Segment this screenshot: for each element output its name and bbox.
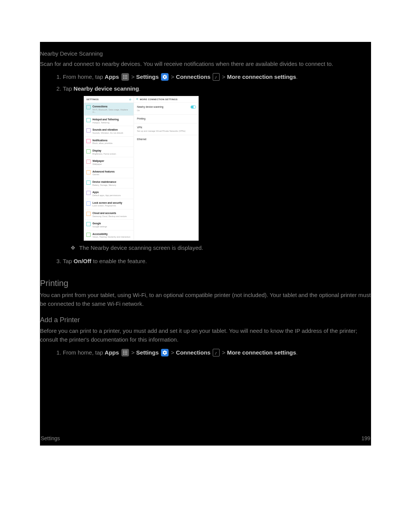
add-printer-intro: Before you can print to a printer, you m… <box>40 327 371 344</box>
svg-point-11 <box>126 351 127 351</box>
step3-prefix: Tap <box>63 258 73 264</box>
nearby-intro: Scan for and connect to nearby devices. … <box>40 60 371 69</box>
page-container: Nearby Device Scanning Scan for and conn… <box>40 42 371 446</box>
item-icon <box>86 191 91 195</box>
screenshot-left-header: SETTINGS ⌕ <box>84 96 134 102</box>
item-title: VPN <box>137 126 195 129</box>
svg-point-1 <box>125 75 126 76</box>
list-item[interactable]: ConnectionsWi-Fi, Bluetooth, Data usage,… <box>84 102 134 115</box>
item-subtitle: Wi-Fi, Bluetooth, Data usage, Airplane m… <box>92 109 131 113</box>
item-title: Sounds and vibration <box>92 128 123 132</box>
apps-label-2: Apps <box>105 349 119 356</box>
toggle-switch[interactable] <box>191 105 196 109</box>
printing-steps: From home, tap Apps > Settings > Connect… <box>40 348 371 357</box>
search-icon[interactable]: ⌕ <box>129 97 131 102</box>
screenshot-right-header: < MORE CONNECTION SETTINGS <box>134 96 198 102</box>
item-title: Advanced features <box>92 170 115 174</box>
list-item[interactable]: Sounds and vibrationSounds, Vibration, D… <box>84 126 134 136</box>
item-subtitle: Samsung Cloud, Backup and restore <box>92 215 127 218</box>
item-subtitle: Battery, Storage, Memory <box>92 184 116 187</box>
page-footer: Settings 199 <box>40 435 371 443</box>
step-2: Tap Nearby device scanning. SETTINGS ⌕ C… <box>63 85 371 241</box>
item-subtitle: Games <box>92 173 115 176</box>
list-item[interactable]: GoogleGoogle settings <box>84 219 134 230</box>
svg-point-3 <box>123 77 124 77</box>
list-item[interactable]: Lock screen and securityLock screen, Fin… <box>84 199 134 209</box>
apps-icon <box>121 73 129 81</box>
item-icon <box>86 139 91 143</box>
item-subtitle: On <box>137 109 195 112</box>
list-item[interactable]: WallpaperWallpaper <box>84 157 134 167</box>
list-item[interactable]: Printing <box>134 114 198 123</box>
back-icon[interactable]: < <box>136 97 139 102</box>
svg-point-0 <box>123 75 124 76</box>
list-item[interactable]: Hotspot and TetheringHotspot, Tethering <box>84 115 134 126</box>
item-icon <box>86 128 91 133</box>
step2-prefix: Tap <box>63 85 73 92</box>
more-label-2: More connection settings <box>227 349 296 356</box>
list-item[interactable]: Advanced featuresGames <box>84 168 134 178</box>
list-item[interactable]: Nearby device scanningOn <box>134 102 198 114</box>
item-icon <box>86 118 91 122</box>
item-subtitle: Lock screen, Fingerprints <box>92 204 122 207</box>
svg-point-2 <box>126 75 127 76</box>
list-item[interactable]: AppsDefault apps, App permissions <box>84 188 134 198</box>
item-title: Google <box>92 222 107 225</box>
connections-icon <box>213 349 220 356</box>
item-subtitle: Default apps, App permissions <box>92 194 121 197</box>
item-subtitle: Brightness, Home screen <box>92 153 116 155</box>
item-title: Apps <box>92 190 121 194</box>
svg-point-5 <box>126 77 127 77</box>
item-icon <box>86 212 91 216</box>
item-title: Lock screen and security <box>92 201 122 205</box>
item-subtitle: Wallpaper <box>92 163 104 166</box>
list-item[interactable]: Device maintenanceBattery, Storage, Memo… <box>84 178 134 188</box>
item-icon <box>86 233 91 237</box>
item-title: Display <box>92 149 116 153</box>
right-header-text: MORE CONNECTION SETTINGS <box>140 98 178 101</box>
connections-label: Connections <box>176 73 210 80</box>
svg-point-14 <box>126 352 127 353</box>
list-item[interactable]: Ethernet <box>134 135 198 144</box>
left-header-text: SETTINGS <box>86 98 99 101</box>
list-item[interactable]: NotificationsBlock, allow, prioritize <box>84 136 134 147</box>
sep: > <box>131 73 136 80</box>
step-1: From home, tap Apps > Settings > Connect… <box>63 73 371 81</box>
svg-point-17 <box>126 354 127 355</box>
item-subtitle: Hotspot, Tethering <box>92 121 119 124</box>
sep: > <box>222 73 227 80</box>
nearby-note-text: The Nearby device scanning screen is dis… <box>70 244 371 252</box>
item-icon <box>86 105 91 109</box>
nearby-steps-2: Tap On/Off to enable the feature. <box>40 257 371 266</box>
settings-label-2: Settings <box>136 349 159 356</box>
item-title: Wallpaper <box>92 159 104 163</box>
settings-icon <box>161 349 169 356</box>
step2-bold: Nearby device scanning <box>73 85 139 92</box>
screenshot-left-items: ConnectionsWi-Fi, Bluetooth, Data usage,… <box>84 102 134 240</box>
item-icon <box>86 181 91 185</box>
step3-bold: On/Off <box>73 258 91 264</box>
item-title: Device maintenance <box>92 180 116 184</box>
list-item[interactable]: AccessibilityVision, Hearing, Dexterity … <box>84 230 134 240</box>
item-title: Ethernet <box>137 137 195 141</box>
item-title: Printing <box>137 117 195 121</box>
nearby-steps: From home, tap Apps > Settings > Connect… <box>40 73 371 241</box>
svg-point-6 <box>123 78 124 79</box>
item-title: Notifications <box>92 139 113 142</box>
step1-prefix: From home, tap <box>63 73 105 80</box>
pstep1-prefix: From home, tap <box>63 349 105 356</box>
connections-icon <box>213 73 220 81</box>
list-item[interactable]: VPNSet up and manage Virtual Private Net… <box>134 123 198 135</box>
item-icon <box>86 149 91 153</box>
item-icon <box>86 170 91 174</box>
item-title: Connections <box>92 105 131 109</box>
nearby-note: The Nearby device scanning screen is dis… <box>40 244 371 252</box>
item-icon <box>86 222 91 226</box>
item-title: Hotspot and Tethering <box>92 118 119 121</box>
screenshot-right-panel: < MORE CONNECTION SETTINGS Nearby device… <box>134 96 198 240</box>
list-item[interactable]: Cloud and accountsSamsung Cloud, Backup … <box>84 209 134 219</box>
footer-left: Settings <box>41 435 60 443</box>
item-title: Accessibility <box>92 232 131 236</box>
sep: > <box>171 73 176 80</box>
list-item[interactable]: DisplayBrightness, Home screen <box>84 147 134 157</box>
